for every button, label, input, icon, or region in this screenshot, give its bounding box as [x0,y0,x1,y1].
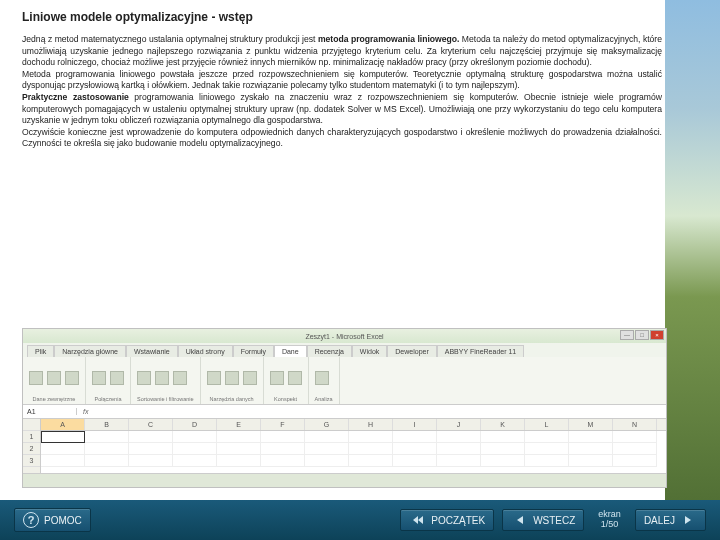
tab-deweloper: Deweloper [387,345,436,357]
ribbon-group-label: Analiza [315,396,333,402]
page-number: 1/50 [598,520,621,530]
svg-marker-0 [413,516,418,524]
page-title: Liniowe modele optymalizacyjne - wstęp [22,10,662,24]
ribbon-tabs: Plik Narzędzia główne Wstawianie Układ s… [23,343,666,357]
ribbon-group: Sortowanie i filtrowanie [131,357,201,404]
col-header: N [613,419,657,430]
grid-rows [41,431,666,467]
paragraph-4: Oczywiście konieczne jest wprowadzenie d… [22,127,662,150]
name-box: A1 [23,408,77,415]
ribbon-group-label: Narzędzia danych [207,396,257,402]
footer-nav: ? POMOC POCZĄTEK WSTECZ ekran 1/50 DALEJ [0,500,720,540]
content-area: Liniowe modele optymalizacyjne - wstęp J… [22,10,662,150]
excel-titlebar: Zeszyt1 - Microsoft Excel — □ × [23,329,666,343]
pomoc-button[interactable]: ? POMOC [14,508,91,532]
ribbon-icon [207,371,221,385]
formula-bar: A1 fx [23,405,666,419]
tab-uklad: Układ strony [178,345,233,357]
ribbon-icon [29,371,43,385]
tab-abbyy: ABBYY FineReader 11 [437,345,524,357]
ribbon-group: Konspekt [264,357,309,404]
dalej-button[interactable]: DALEJ [635,509,706,531]
button-label: DALEJ [644,515,675,526]
col-headers: A B C D E F G H I J K L M N [41,419,666,431]
page-indicator: ekran 1/50 [598,510,621,530]
ribbon-icon [65,371,79,385]
excel-statusbar [23,473,666,487]
col-header: I [393,419,437,430]
col-header: E [217,419,261,430]
ribbon-group-label: Sortowanie i filtrowanie [137,396,194,402]
maximize-icon: □ [635,330,649,340]
row-header: 2 [23,443,40,455]
ribbon-icon [92,371,106,385]
ribbon-icon [315,371,329,385]
tab-widok: Widok [352,345,387,357]
row-header: 1 [23,431,40,443]
spreadsheet-grid: 1 2 3 A B C D E F G H I J K L M N [23,419,666,473]
tab-dane: Dane [274,345,307,357]
bold-text: metoda programowania liniowego. [318,34,460,44]
prev-icon [511,513,529,527]
fx-label: fx [77,408,94,415]
ribbon: Dane zewnętrzne Połączenia Sortowanie i … [23,357,666,405]
ribbon-icon [155,371,169,385]
row-header: 3 [23,455,40,467]
row-headers: 1 2 3 [23,419,41,473]
excel-title: Zeszyt1 - Microsoft Excel [305,333,383,340]
col-header: J [437,419,481,430]
col-header: L [525,419,569,430]
ribbon-group-label: Konspekt [270,396,302,402]
paragraph-1: Jedną z metod matematycznego ustalania o… [22,34,662,69]
next-icon [679,513,697,527]
ribbon-group: Dane zewnętrzne [23,357,86,404]
tab-wstawianie: Wstawianie [126,345,178,357]
first-icon [409,513,427,527]
ribbon-icon [243,371,257,385]
col-header: C [129,419,173,430]
help-icon: ? [23,512,39,528]
background-photo [665,0,720,540]
svg-marker-2 [517,516,523,524]
col-header: G [305,419,349,430]
paragraph-3: Praktyczne zastosowanie programowania li… [22,92,662,127]
ribbon-icon [288,371,302,385]
paragraph-2: Metoda programowania liniowego powstała … [22,69,662,92]
minimize-icon: — [620,330,634,340]
window-controls: — □ × [620,330,664,340]
tab-formuly: Formuły [233,345,274,357]
ribbon-group-label: Dane zewnętrzne [29,396,79,402]
ribbon-group: Połączenia [86,357,131,404]
ribbon-icon [137,371,151,385]
svg-marker-1 [418,516,423,524]
close-icon: × [650,330,664,340]
ribbon-icon [173,371,187,385]
col-header: K [481,419,525,430]
grid-main: A B C D E F G H I J K L M N [41,419,666,473]
ribbon-icon [270,371,284,385]
ribbon-group-label: Połączenia [92,396,124,402]
col-header: B [85,419,129,430]
text: Jedną z metod matematycznego ustalania o… [22,34,318,44]
col-header: H [349,419,393,430]
col-header: M [569,419,613,430]
button-label: POMOC [44,515,82,526]
excel-screenshot: Zeszyt1 - Microsoft Excel — □ × Plik Nar… [22,328,667,488]
ribbon-icon [47,371,61,385]
svg-marker-3 [685,516,691,524]
ribbon-group: Narzędzia danych [201,357,264,404]
col-header: D [173,419,217,430]
col-header: F [261,419,305,430]
ribbon-icon [110,371,124,385]
button-label: WSTECZ [533,515,575,526]
col-header: A [41,419,85,430]
tab-narzedzia: Narzędzia główne [54,345,126,357]
ribbon-group: Analiza [309,357,340,404]
corner-cell [23,419,40,431]
wstecz-button[interactable]: WSTECZ [502,509,584,531]
poczatek-button[interactable]: POCZĄTEK [400,509,494,531]
cell-selected [41,431,85,443]
tab-recenzja: Recenzja [307,345,352,357]
bold-text: Praktyczne zastosowanie [22,92,129,102]
tab-plik: Plik [27,345,54,357]
